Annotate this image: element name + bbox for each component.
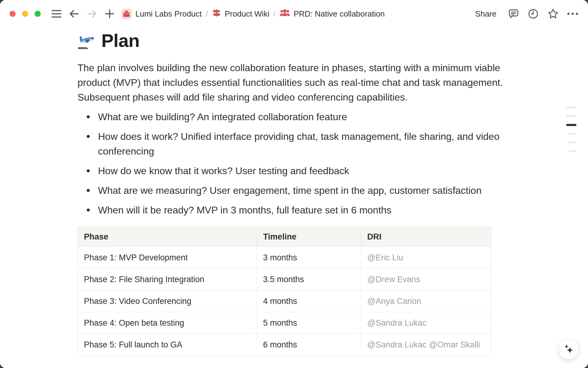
window-controls [9, 11, 41, 17]
outline-section-bar[interactable] [569, 150, 576, 152]
top-bar: Lumi Labs Product / Product Wiki / [0, 0, 588, 28]
star-icon [547, 8, 559, 19]
outline-section-bar[interactable] [566, 115, 576, 117]
table-row: Phase 1: MVP Development 3 months @Eric … [78, 247, 491, 269]
signpost-icon [212, 8, 221, 20]
ai-assistant-button[interactable] [559, 339, 579, 359]
bullet-item[interactable]: How do we know that it works? User testi… [77, 163, 511, 178]
phase-cell[interactable]: Phase 5: Full launch to GA [78, 334, 257, 356]
breadcrumb-label: Product Wiki [225, 9, 270, 19]
dri-cell[interactable]: @Drew Evans [361, 269, 491, 290]
close-window-button[interactable] [9, 11, 16, 17]
table-row: Phase 2: File Sharing Integration 3.5 mo… [78, 269, 491, 290]
bullet-item[interactable]: When will it be ready? MVP in 3 months, … [77, 203, 511, 217]
breadcrumb-label: Lumi Labs Product [135, 9, 202, 19]
column-header-timeline[interactable]: Timeline [257, 227, 361, 247]
bullet-item[interactable]: What are we building? An integrated coll… [77, 109, 511, 124]
timeline-cell[interactable]: 3 months [257, 247, 361, 269]
bullet-item[interactable]: How does it work? Unified interface prov… [77, 129, 511, 159]
breadcrumb-label: PRD: Native collaboration [294, 9, 385, 19]
forward-button[interactable] [86, 8, 97, 19]
comments-button[interactable] [508, 8, 519, 19]
briefcase-icon [121, 9, 132, 19]
outline-section-bar[interactable] [569, 133, 576, 135]
people-icon [280, 8, 290, 20]
arrow-right-icon [87, 9, 97, 18]
intro-paragraph[interactable]: The plan involves building the new colla… [77, 60, 511, 105]
dri-cell[interactable]: @Sandra Lukac [361, 312, 491, 334]
dri-cell[interactable]: @Eric Liu [361, 247, 491, 269]
bullet-item[interactable]: What are we measuring? User engagement, … [77, 183, 511, 198]
timeline-cell[interactable]: 6 months [257, 334, 361, 356]
share-button[interactable]: Share [472, 7, 499, 21]
table-header-row: Phase Timeline DRI [78, 227, 491, 247]
favorite-button[interactable] [547, 8, 558, 19]
table-row: Phase 5: Full launch to GA 6 months @San… [78, 334, 491, 356]
outline-section-bar[interactable] [566, 107, 576, 108]
breadcrumb-item-current-page[interactable]: PRD: Native collaboration [278, 7, 387, 21]
new-page-button[interactable] [104, 8, 115, 19]
timeline-cell[interactable]: 5 months [257, 312, 361, 334]
phase-cell[interactable]: Phase 2: File Sharing Integration [78, 269, 257, 290]
comment-icon [508, 8, 519, 19]
minimize-window-button[interactable] [22, 11, 28, 17]
more-options-button[interactable] [567, 8, 578, 19]
page-outline-indicator [566, 107, 576, 159]
question-bullet-list: What are we building? An integrated coll… [77, 109, 511, 217]
phase-cell[interactable]: Phase 4: Open beta testing [78, 312, 257, 334]
outline-section-bar-active[interactable] [566, 124, 576, 126]
dri-cell[interactable]: @Sandra Lukac @Omar Skalli [361, 334, 491, 356]
sidebar-toggle-button[interactable] [51, 8, 62, 19]
column-header-phase[interactable]: Phase [78, 227, 257, 247]
timeline-cell[interactable]: 3.5 months [257, 269, 361, 290]
sparkles-icon [563, 343, 575, 356]
phase-cell[interactable]: Phase 1: MVP Development [78, 247, 257, 269]
table-row: Phase 4: Open beta testing 5 months @San… [78, 312, 491, 334]
app-window: Lumi Labs Product / Product Wiki / [0, 0, 588, 368]
ellipsis-icon [567, 12, 579, 15]
breadcrumb-separator: / [273, 10, 276, 18]
back-button[interactable] [69, 8, 80, 19]
phases-table: Phase Timeline DRI Phase 1: MVP Developm… [77, 227, 491, 356]
page-title-text[interactable]: Plan [101, 30, 140, 51]
breadcrumb: Lumi Labs Product / Product Wiki / [119, 7, 386, 21]
clock-icon [528, 8, 539, 19]
breadcrumb-item-product-wiki[interactable]: Product Wiki [210, 7, 271, 21]
page-history-button[interactable] [528, 8, 539, 19]
arrow-left-icon [69, 9, 79, 18]
topbar-actions: Share [472, 7, 578, 21]
page-content: Plan The plan involves building the new … [0, 30, 588, 356]
breadcrumb-separator: / [206, 10, 208, 18]
hamburger-icon [51, 10, 62, 18]
page-title[interactable]: Plan [77, 30, 511, 51]
phase-cell[interactable]: Phase 3: Video Conferencing [78, 290, 257, 312]
zoom-window-button[interactable] [35, 11, 41, 17]
outline-section-bar[interactable] [569, 142, 576, 143]
plus-icon [105, 9, 114, 18]
airplane-departure-icon[interactable] [77, 33, 95, 51]
timeline-cell[interactable]: 4 months [257, 290, 361, 312]
dri-cell[interactable]: @Anya Carion [361, 290, 491, 312]
column-header-dri[interactable]: DRI [361, 227, 491, 247]
breadcrumb-item-teamspace[interactable]: Lumi Labs Product [119, 7, 204, 21]
table-row: Phase 3: Video Conferencing 4 months @An… [78, 290, 491, 312]
